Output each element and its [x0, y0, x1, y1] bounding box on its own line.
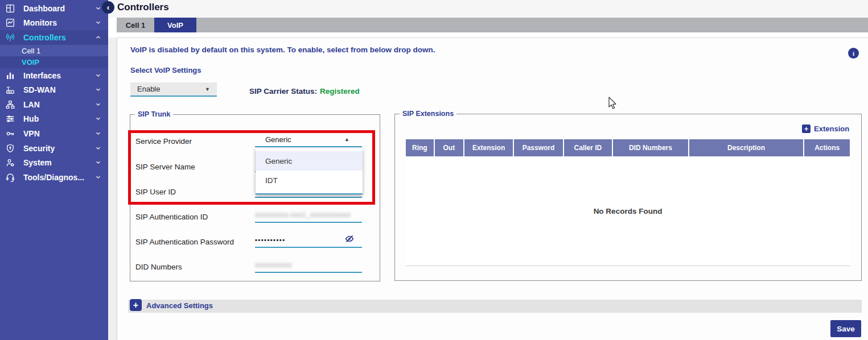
column-header-actions: Actions	[804, 139, 850, 156]
column-header-extension: Extension	[464, 139, 514, 156]
add-extension-label: Extension	[814, 125, 849, 133]
chevron-up-icon	[94, 34, 102, 42]
sidebar-item-vpn[interactable]: VPN	[0, 126, 108, 141]
save-button[interactable]: Save	[830, 320, 861, 337]
app-window: DashboardMonitorsControllersCell 1VOIPIn…	[0, 0, 868, 340]
chevron-down-icon	[94, 72, 102, 80]
monitors-icon	[5, 18, 17, 28]
dropdown-option-generic[interactable]: Generic	[256, 151, 363, 171]
tab-label: VoIP	[167, 21, 183, 30]
chevron-down-icon	[94, 86, 102, 94]
chevron-down-icon	[94, 19, 102, 27]
sidebar-subitem-cell-1[interactable]: Cell 1	[0, 45, 108, 57]
service-provider-dropdown-list: GenericIDT	[256, 148, 363, 194]
plus-icon: +	[802, 125, 811, 133]
triangle-up-icon: ▲	[344, 136, 349, 142]
sip-authentication-id-input[interactable]: xxxxxxxxx-xxx1_xxxxxxxxxxx	[255, 208, 362, 223]
triangle-down-icon: ▼	[205, 86, 210, 92]
tab-label: Cell 1	[126, 21, 146, 30]
chevron-down-icon	[94, 159, 102, 167]
sidebar-item-label: Tools/Diagnos...	[23, 173, 94, 182]
sidebar-item-label: Monitors	[23, 18, 94, 27]
sidebar-item-security[interactable]: Security	[0, 141, 108, 156]
add-extension-button[interactable]: + Extension	[802, 125, 849, 133]
did-numbers-value-blurred: xxxxxxxxxx	[255, 261, 292, 269]
service-provider-value: Generic	[265, 135, 291, 144]
did-numbers-label: DID Numbers	[135, 263, 182, 271]
sidebar-item-monitors[interactable]: Monitors	[0, 16, 108, 31]
voip-disabled-notice: VoIP is disabled by default on this syst…	[130, 45, 435, 54]
voip-enable-select[interactable]: Enable ▼	[130, 82, 217, 97]
chevron-left-icon: ‹	[107, 3, 110, 11]
sidebar-subitem-label: VOIP	[22, 58, 39, 67]
lan-topology-icon	[5, 99, 17, 110]
column-header-ring: Ring	[406, 139, 435, 156]
dropdown-option-idt[interactable]: IDT	[256, 171, 363, 190]
plus-icon: +	[133, 301, 138, 310]
no-records-text: No Records Found	[594, 207, 663, 215]
column-header-out: Out	[435, 139, 464, 156]
chevron-down-icon	[94, 5, 102, 13]
eye-off-icon	[344, 236, 355, 246]
voip-enable-value: Enable	[137, 85, 160, 93]
chevron-down-icon	[94, 115, 102, 123]
did-numbers-input[interactable]: xxxxxxxxxx	[255, 258, 362, 273]
advanced-settings-label: Advanced Settings	[146, 301, 213, 310]
sidebar-item-dashboard[interactable]: Dashboard	[0, 1, 108, 16]
sidebar-item-label: Security	[23, 144, 94, 153]
sidebar-group-controllers: ControllersCell 1VOIP	[0, 30, 108, 68]
sidebar-item-hub[interactable]: Hub	[0, 112, 108, 127]
header-strip	[108, 0, 868, 18]
content-gutter	[108, 38, 117, 340]
sidebar-subitem-label: Cell 1	[22, 47, 40, 55]
system-user-gear-icon	[5, 157, 17, 168]
vpn-key-icon	[5, 128, 17, 139]
sip-user-id-label: SIP User ID	[135, 188, 176, 196]
chevron-down-icon	[94, 101, 102, 109]
sidebar-item-label: VPN	[23, 129, 94, 138]
column-header-description: Description	[689, 139, 805, 156]
sidebar-item-lan[interactable]: LAN	[0, 97, 108, 112]
sidebar: DashboardMonitorsControllersCell 1VOIPIn…	[0, 0, 108, 340]
tab-cell-1[interactable]: Cell 1	[117, 18, 154, 32]
column-header-caller-id: Caller ID	[564, 139, 614, 156]
sidebar-item-label: SD-WAN	[23, 85, 94, 94]
advanced-settings-bar[interactable]	[128, 300, 862, 313]
interfaces-icon	[5, 71, 17, 81]
sidebar-item-label: Dashboard	[23, 4, 94, 13]
password-visibility-toggle[interactable]	[344, 234, 356, 244]
sip-extensions-table: RingOutExtensionPasswordCaller IDDID Num…	[406, 139, 850, 266]
sip-carrier-status-label: SIP Carrier Status:	[249, 87, 317, 96]
sip-server-name-label: SIP Server Name	[135, 163, 195, 171]
info-button[interactable]: i	[848, 48, 859, 59]
page-title: Controllers	[117, 2, 169, 13]
tab-bar: Cell 1VoIP	[117, 18, 868, 32]
sidebar-item-controllers[interactable]: Controllers	[0, 30, 108, 45]
sidebar-item-label: System	[23, 158, 94, 167]
column-header-password: Password	[514, 139, 563, 156]
sdwan-router-icon	[5, 85, 17, 95]
expand-plus-button[interactable]: +	[130, 299, 142, 311]
sip-authentication-id-label: SIP Authentication ID	[135, 213, 208, 221]
chevron-down-icon	[94, 130, 102, 138]
dashboard-icon	[5, 3, 17, 14]
sidebar-item-label: LAN	[23, 100, 94, 109]
sidebar-item-interfaces[interactable]: Interfaces	[0, 68, 108, 83]
service-provider-select[interactable]: Generic ▲	[255, 132, 362, 147]
sidebar-subitem-voip[interactable]: VOIP	[0, 56, 108, 68]
content-panel: VoIP is disabled by default on this syst…	[117, 38, 868, 340]
tab-voip[interactable]: VoIP	[154, 18, 196, 32]
chevron-down-icon	[94, 144, 102, 152]
sip-extensions-table-header: RingOutExtensionPasswordCaller IDDID Num…	[406, 139, 850, 156]
column-header-did-numbers: DID Numbers	[613, 139, 689, 156]
sidebar-item-label: Interfaces	[23, 71, 94, 80]
sidebar-item-tools-diagnos[interactable]: Tools/Diagnos...	[0, 170, 108, 185]
back-button[interactable]: ‹	[102, 1, 114, 14]
sip-authentication-password-masked: ••••••••••	[255, 237, 286, 243]
sidebar-item-system[interactable]: System	[0, 155, 108, 170]
security-shield-icon	[5, 143, 17, 154]
sidebar-item-sd-wan[interactable]: SD-WAN	[0, 82, 108, 97]
hub-sliders-icon	[5, 114, 17, 124]
sip-trunk-legend: SIP Trunk	[135, 110, 173, 118]
tools-headset-icon	[5, 172, 17, 183]
